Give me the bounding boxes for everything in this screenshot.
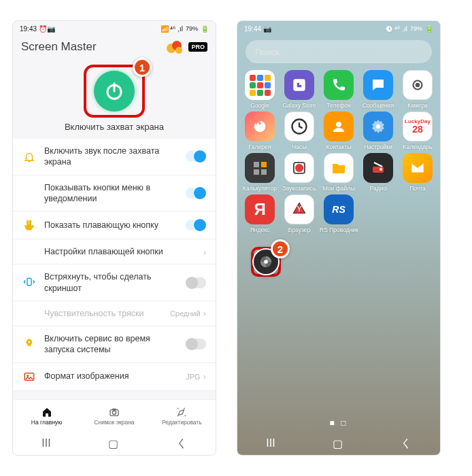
toggle[interactable] [186, 188, 206, 199]
nav-home[interactable]: ▢ [333, 437, 343, 450]
contacts-icon [324, 112, 354, 141]
row-label: Включить сервис во время запуска системы [44, 333, 178, 356]
nav-recent[interactable]: III [41, 437, 50, 449]
app-rec[interactable]: Звукозапись [281, 153, 318, 192]
app-label: Часы [292, 143, 307, 150]
app-files[interactable]: Мои файлы [320, 153, 357, 192]
row-label: Встряхнуть, чтобы сделать скриншот [44, 271, 178, 294]
app-label: Google [250, 102, 269, 109]
annotation-2: 2 [271, 239, 290, 258]
row-label: Настройки плавающей кнопки [44, 246, 195, 257]
radio-icon [363, 153, 393, 183]
search-input[interactable]: Поиск [246, 40, 432, 63]
yandex-icon: Я [245, 194, 275, 224]
tab-label: Редактировать [162, 419, 202, 426]
svg-point-8 [27, 375, 29, 377]
settings-icon [363, 112, 393, 141]
nav-recent[interactable]: III [266, 437, 275, 449]
setting-row[interactable]: Включить сервис во время запуска системы [13, 326, 216, 363]
row-value: › [203, 247, 206, 257]
toggle[interactable] [186, 151, 206, 162]
tab-2[interactable]: Редактировать [148, 400, 216, 432]
app-calc[interactable]: Калькулятор [241, 153, 278, 192]
app-yandex[interactable]: ЯЯндекс [241, 194, 278, 233]
pro-badge[interactable]: PRO [188, 42, 207, 52]
app-label: RS Проводник [320, 226, 358, 233]
nav-back[interactable]: く [401, 437, 411, 451]
setting-row[interactable]: Настройки плавающей кнопки › [13, 239, 216, 265]
toggle[interactable] [186, 339, 206, 350]
coins-icon[interactable] [165, 39, 184, 55]
status-bar: 19:44 📷 🕒 ⁴⁶ ,ıl 79% 🔋 [237, 21, 440, 36]
app-label: Камера [407, 102, 428, 109]
row-label: Показывать кнопки меню в уведомлении [44, 182, 178, 205]
status-time: 19:43 [20, 25, 37, 33]
svg-point-21 [380, 168, 382, 171]
app-label: Мои файлы [323, 185, 355, 192]
setting-row[interactable]: Встряхнуть, чтобы сделать скриншот [13, 265, 216, 301]
row-label: Включить звук после захвата экрана [44, 146, 178, 168]
app-label: Контакты [326, 143, 352, 150]
status-battery: 79% [410, 25, 422, 32]
app-msg[interactable]: Сообщения [360, 70, 397, 109]
app-clock[interactable]: Часы [281, 112, 318, 150]
app-settings[interactable]: Настройки [360, 112, 397, 150]
status-signal: 📶 ⁴⁶ ,ıl [161, 25, 183, 33]
row-value: Средний › [170, 308, 206, 318]
app-label: Радио [370, 185, 387, 192]
status-indicators: ⏰📷 [39, 25, 55, 33]
setting-row[interactable]: Включить звук после захвата экрана [13, 139, 216, 175]
power-caption: Включить захват экрана [13, 122, 216, 132]
status-time: 19:44 [244, 25, 261, 33]
app-galaxy[interactable]: Galaxy Store [281, 70, 318, 109]
app-label: Сообщения [363, 102, 394, 109]
page-dots[interactable]: ■ □ [237, 414, 440, 432]
app-grid: GoogleGalaxy StoreТелефонСообщенияКамера… [237, 67, 440, 414]
app-rs[interactable]: RSRS Проводник [320, 194, 357, 233]
status-battery: 79% [186, 25, 198, 32]
setting-row[interactable]: Показывать кнопки меню в уведомлении [13, 175, 216, 212]
power-highlight-box: 1 [84, 65, 145, 118]
app-title: Screen Master [21, 40, 165, 54]
nav-bar: III ▢ く [237, 432, 440, 455]
nav-back[interactable]: く [176, 437, 187, 451]
power-button[interactable] [94, 71, 135, 112]
app-label: Календарь [403, 143, 433, 150]
app-header: Screen Master PRO [13, 36, 216, 62]
phone-left: 19:43 ⏰📷 📶 ⁴⁶ ,ıl 79% 🔋 Screen Master PR… [12, 20, 216, 456]
app-radio[interactable]: Радио [360, 153, 397, 192]
nav-home[interactable]: ▢ [108, 437, 118, 450]
gallery-icon [245, 112, 275, 141]
toggle[interactable] [186, 277, 206, 288]
nav-bar: III ▢ く [13, 432, 216, 455]
search-placeholder: Поиск [255, 47, 280, 57]
rocket-icon [22, 337, 36, 351]
status-bar: 19:43 ⏰📷 📶 ⁴⁶ ,ıl 79% 🔋 [13, 21, 216, 36]
app-mail[interactable]: Почта [399, 153, 436, 192]
app-gallery[interactable]: Галерея [241, 112, 278, 150]
app-phone[interactable]: Телефон [320, 70, 357, 109]
app-label: Почта [409, 185, 426, 192]
annotation-1: 1 [133, 58, 152, 77]
app-contacts[interactable]: Контакты [320, 112, 357, 150]
svg-point-10 [112, 411, 116, 414]
rec-icon [284, 153, 314, 183]
phone-icon [324, 70, 354, 100]
setting-row[interactable]: Чувствительность тряскиСредний › [13, 301, 216, 326]
power-section: 1 Включить захват экрана [13, 62, 216, 139]
app-calendar[interactable]: LuckyDay28Календарь [399, 112, 436, 150]
app-cam[interactable]: Камера [399, 70, 436, 109]
svg-rect-11 [112, 408, 116, 410]
phone-right: 19:44 📷 🕒 ⁴⁶ ,ıl 79% 🔋 Поиск GoogleGalax… [237, 20, 441, 456]
svg-line-22 [374, 163, 382, 167]
toggle[interactable] [186, 220, 206, 231]
tab-1[interactable]: Снимок экрана [80, 400, 148, 432]
row-label: Чувствительность тряски [44, 308, 162, 319]
setting-row[interactable]: Формат изображенияJPG › [13, 363, 216, 391]
app-browser[interactable]: YБраузер [281, 194, 318, 233]
app-google[interactable]: Google [241, 70, 278, 109]
app-label: Звукозапись [283, 185, 316, 192]
row-value: JPG › [186, 371, 206, 381]
tab-0[interactable]: На главную [13, 400, 80, 432]
setting-row[interactable]: Показать плавающую кнопку [13, 211, 216, 239]
